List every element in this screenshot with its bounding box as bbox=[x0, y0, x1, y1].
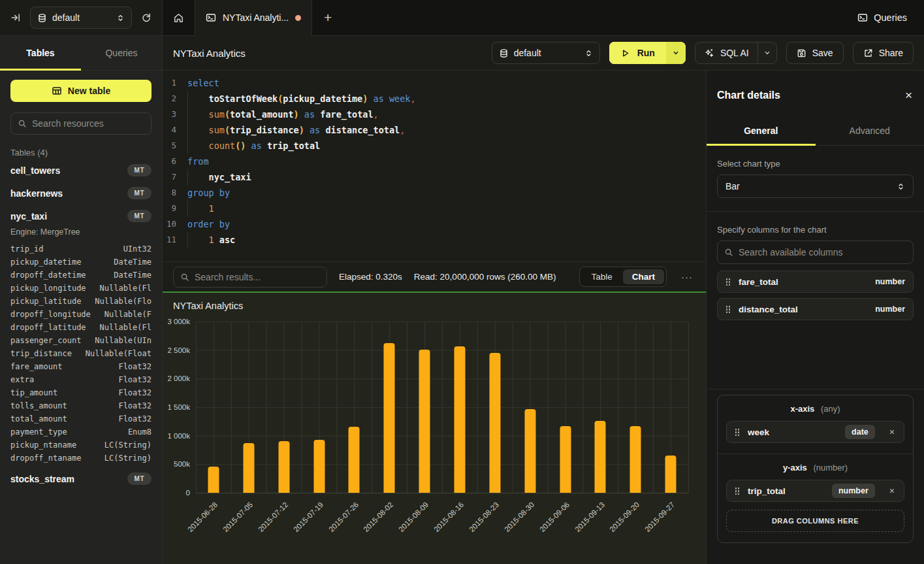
bar[interactable] bbox=[208, 467, 219, 493]
column-row: trip_idUInt32 bbox=[10, 242, 151, 256]
column-chip-type: number bbox=[875, 277, 905, 286]
close-panel-button[interactable]: × bbox=[905, 89, 912, 101]
panel-tab-general[interactable]: General bbox=[707, 117, 816, 145]
table-row[interactable]: stocks_streamMT bbox=[10, 467, 151, 490]
share-button[interactable]: Share bbox=[853, 42, 914, 64]
sidebar-tab-tables[interactable]: Tables bbox=[0, 36, 81, 70]
line-number: 6 bbox=[163, 154, 187, 169]
y-axis-hint: (number) bbox=[813, 463, 848, 473]
query-tab-label: NYTaxi Analyti... bbox=[223, 12, 289, 23]
resource-search-input[interactable] bbox=[32, 118, 144, 129]
run-button-main[interactable]: Run bbox=[609, 42, 666, 64]
bar[interactable] bbox=[313, 440, 325, 493]
code-line: 8group by bbox=[163, 185, 706, 201]
toolbar-database-selector[interactable]: default bbox=[492, 42, 600, 64]
table-row[interactable]: cell_towersMT bbox=[10, 159, 151, 182]
column-name: dropoff_ntaname bbox=[10, 452, 81, 465]
view-toggle-table[interactable]: Table bbox=[582, 269, 621, 284]
line-number: 11 bbox=[163, 232, 187, 248]
work-area: 1select2toStartOfWeek(pickup_datetime) a… bbox=[163, 71, 924, 564]
tables-section-title: Tables (4) bbox=[10, 148, 151, 158]
drag-handle-icon[interactable] bbox=[735, 487, 740, 495]
sql-ai-main[interactable]: SQL AI bbox=[695, 42, 757, 63]
new-tab-button[interactable]: + bbox=[312, 0, 343, 35]
bar[interactable] bbox=[489, 353, 500, 493]
column-row: total_amountFloat32 bbox=[10, 412, 151, 425]
drag-handle-icon[interactable] bbox=[735, 428, 740, 436]
y-axis-header: y-axis (number) bbox=[726, 463, 904, 473]
bar[interactable] bbox=[595, 421, 606, 493]
bar[interactable] bbox=[419, 350, 430, 493]
bar[interactable] bbox=[524, 409, 535, 493]
sql-ai-button[interactable]: SQL AI bbox=[695, 42, 777, 64]
remove-y-axis-column-button[interactable]: × bbox=[888, 486, 896, 496]
bar-slot: 2015-08-02 bbox=[372, 322, 407, 493]
bar[interactable] bbox=[665, 456, 677, 493]
columns-label: Specify columns for the chart bbox=[717, 225, 914, 235]
bar[interactable] bbox=[630, 426, 641, 493]
bar[interactable] bbox=[349, 427, 360, 493]
main-area: NYTaxi Analyti... + Queries NYTaxi Analy… bbox=[163, 0, 924, 564]
collapse-sidebar-button[interactable] bbox=[8, 10, 24, 25]
chart-type-select[interactable]: Bar bbox=[717, 174, 914, 198]
home-tab-button[interactable] bbox=[163, 0, 195, 35]
engine-badge: MT bbox=[127, 210, 151, 222]
results-search-input[interactable] bbox=[195, 272, 320, 282]
queries-button[interactable]: Queries bbox=[840, 0, 924, 35]
axis-assignment-group: x-axis (any) week date × bbox=[717, 395, 914, 543]
x-axis-tick-label: 2015-08-23 bbox=[468, 501, 500, 533]
available-column-chip[interactable]: distance_totalnumber bbox=[717, 298, 914, 320]
new-table-button[interactable]: New table bbox=[10, 80, 151, 102]
bar-slots: 2015-06-282015-07-052015-07-122015-07-19… bbox=[196, 322, 688, 493]
column-type: LC(String) bbox=[104, 439, 151, 452]
run-button[interactable]: Run bbox=[609, 42, 686, 64]
available-column-chip[interactable]: fare_totalnumber bbox=[717, 271, 914, 293]
x-axis-column-name: week bbox=[748, 427, 769, 437]
sql-editor[interactable]: 1select2toStartOfWeek(pickup_datetime) a… bbox=[163, 71, 706, 261]
view-toggle-chart[interactable]: Chart bbox=[623, 269, 664, 284]
new-table-label: New table bbox=[68, 86, 110, 96]
drag-handle-icon[interactable] bbox=[725, 278, 731, 286]
sidebar-tab-queries[interactable]: Queries bbox=[81, 36, 162, 70]
query-tab[interactable]: NYTaxi Analyti... bbox=[195, 0, 312, 36]
bar[interactable] bbox=[384, 343, 395, 493]
queries-terminal-icon bbox=[857, 12, 868, 23]
y-axis-column-chip[interactable]: trip_total number × bbox=[726, 480, 904, 502]
x-axis-column-chip[interactable]: week date × bbox=[726, 421, 904, 443]
close-icon: × bbox=[905, 88, 912, 102]
column-type: Nullable(Flo bbox=[95, 295, 151, 308]
refresh-button[interactable] bbox=[138, 10, 154, 25]
panel-tab-advanced[interactable]: Advanced bbox=[816, 117, 924, 145]
column-name: pickup_longitude bbox=[10, 282, 86, 295]
x-axis-section: x-axis (any) week date × bbox=[718, 395, 913, 454]
more-options-button[interactable]: ··· bbox=[678, 270, 695, 284]
column-name: trip_distance bbox=[10, 347, 72, 360]
run-options-caret[interactable] bbox=[666, 42, 686, 64]
bar-slot: 2015-09-20 bbox=[618, 322, 653, 493]
table-row[interactable]: nyc_taxiMT bbox=[10, 205, 151, 227]
panel-divider bbox=[707, 211, 924, 212]
save-button[interactable]: Save bbox=[786, 42, 844, 64]
chart-type-label: Select chart type bbox=[717, 159, 914, 169]
columns-search-input[interactable] bbox=[739, 247, 906, 257]
results-search bbox=[173, 267, 327, 288]
bar[interactable] bbox=[278, 441, 289, 493]
table-row[interactable]: hackernewsMT bbox=[10, 182, 151, 205]
run-label: Run bbox=[637, 48, 655, 58]
bar[interactable] bbox=[454, 346, 465, 493]
remove-x-axis-column-button[interactable]: × bbox=[888, 427, 896, 437]
column-name: pickup_ntaname bbox=[10, 439, 76, 452]
database-selector[interactable]: default bbox=[30, 7, 132, 29]
panel-header: Chart details × bbox=[707, 71, 924, 117]
drag-columns-dropzone[interactable]: DRAG COLUMNS HERE bbox=[726, 510, 904, 532]
database-icon bbox=[37, 13, 47, 23]
code-text: group by bbox=[187, 185, 230, 201]
line-number: 9 bbox=[163, 201, 187, 216]
column-name: fare_amount bbox=[10, 360, 62, 373]
bar[interactable] bbox=[560, 426, 571, 493]
sql-ai-caret[interactable] bbox=[757, 42, 776, 63]
search-icon bbox=[18, 119, 27, 128]
bar[interactable] bbox=[243, 443, 254, 493]
drag-handle-icon[interactable] bbox=[725, 305, 731, 313]
search-icon bbox=[724, 248, 733, 257]
